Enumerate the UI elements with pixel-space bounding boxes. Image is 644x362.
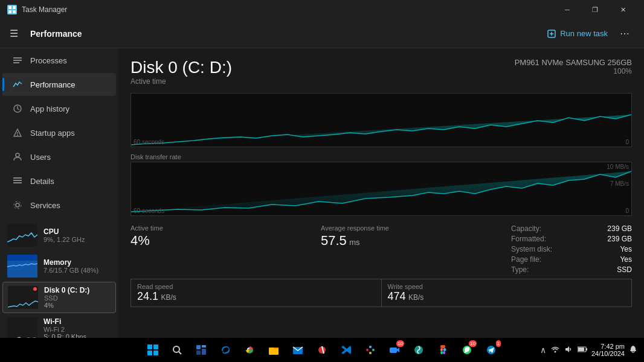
device-thumb-cpu bbox=[7, 224, 37, 247]
svg-rect-48 bbox=[440, 351, 443, 354]
disk-model-block: PM961 NVMe SAMSUNG 256GB 100% bbox=[515, 58, 632, 75]
svg-point-47 bbox=[443, 348, 446, 351]
more-options-button[interactable]: ⋯ bbox=[615, 24, 634, 43]
clock[interactable]: 7:42 pm 24/10/2024 bbox=[591, 343, 625, 357]
maximize-button[interactable]: ❐ bbox=[581, 0, 609, 19]
device-info-wifi: Wi-Fi Wi-Fi 2 S: 0 R: 0 Kbps bbox=[43, 317, 111, 338]
device-val-wifi: S: 0 R: 0 Kbps bbox=[43, 333, 111, 338]
taskbar-app-windows[interactable] bbox=[142, 339, 164, 361]
sidebar-item-services[interactable]: Services bbox=[2, 194, 116, 217]
svg-point-26 bbox=[173, 346, 179, 352]
stat-active-time-label: Active time bbox=[130, 224, 321, 232]
taskbar-app-whatsapp[interactable]: 10 bbox=[456, 339, 478, 361]
svg-point-13 bbox=[17, 135, 18, 136]
stat-active-time: Active time 4% bbox=[130, 224, 321, 249]
taskbar-app-edge[interactable] bbox=[214, 339, 236, 361]
sidebar-item-startup-apps[interactable]: Startup apps bbox=[2, 121, 116, 144]
svg-point-19 bbox=[14, 202, 21, 209]
svg-rect-9 bbox=[13, 62, 19, 63]
svg-rect-15 bbox=[13, 177, 22, 179]
sidebar-item-details[interactable]: Details bbox=[2, 170, 116, 192]
svg-rect-8 bbox=[13, 60, 22, 61]
cap-val-capacity: 239 GB bbox=[607, 224, 632, 233]
svg-rect-16 bbox=[13, 180, 22, 181]
services-icon bbox=[12, 200, 23, 211]
taskbar-app-mail[interactable] bbox=[287, 339, 309, 361]
device-item-disk[interactable]: Disk 0 (C: D:) SSD 4% bbox=[2, 282, 116, 313]
svg-marker-53 bbox=[565, 346, 569, 352]
speed-block-read: Read speed 24.1 KB/s bbox=[131, 279, 382, 306]
transfer-rate-chart: 10 MB/s 7 MB/s 60 seconds 0 bbox=[130, 162, 632, 216]
systray-chevron[interactable]: ∧ bbox=[538, 344, 548, 356]
taskbar: 10 10 1 ∧ bbox=[0, 338, 644, 362]
sidebar-item-app-history[interactable]: App history bbox=[2, 97, 116, 120]
taskbar-app-figma[interactable] bbox=[432, 339, 454, 361]
svg-rect-40 bbox=[372, 349, 375, 351]
main-panel: Disk 0 (C: D:) Active time PM961 NVMe SA… bbox=[118, 48, 644, 338]
svg-rect-38 bbox=[366, 349, 369, 351]
cap-key-system-disk: System disk: bbox=[511, 245, 552, 253]
active-time-header-label: Active time bbox=[130, 77, 232, 86]
device-sub-cpu: 9%, 1.22 GHz bbox=[43, 236, 111, 243]
device-name-cpu: CPU bbox=[43, 227, 111, 236]
svg-rect-1 bbox=[13, 6, 16, 9]
taskbar-right: ∧ 7:42 pm 24/10/2024 bbox=[538, 343, 639, 357]
cap-key-page-file: Page file: bbox=[511, 255, 541, 264]
device-name-wifi: Wi-Fi bbox=[43, 317, 111, 326]
stats-row: Active time 4% Average response time 57.… bbox=[130, 224, 632, 274]
device-val-disk: 4% bbox=[44, 302, 111, 309]
close-button[interactable]: ✕ bbox=[609, 0, 637, 19]
taskbar-app-explorer[interactable] bbox=[263, 339, 285, 361]
systray: ∧ bbox=[538, 344, 589, 357]
taskbar-app-zoom[interactable]: 10 bbox=[384, 339, 405, 361]
run-new-task-button[interactable]: Run new task bbox=[539, 25, 615, 42]
active-time-chart: 60 seconds 0 bbox=[130, 93, 632, 147]
svg-rect-24 bbox=[147, 351, 152, 355]
taskbar-app-vscode[interactable] bbox=[335, 339, 357, 361]
minimize-button[interactable]: ─ bbox=[553, 0, 581, 19]
titlebar: Task Manager ─ ❐ ✕ bbox=[0, 0, 644, 19]
wifi-icon[interactable] bbox=[549, 344, 561, 357]
sidebar-label-users: Users bbox=[30, 153, 51, 162]
sidebar-label-app-history: App history bbox=[30, 104, 69, 113]
battery-icon[interactable] bbox=[576, 344, 589, 357]
app-history-icon bbox=[12, 103, 23, 114]
chart2-top-right: 10 MB/s bbox=[607, 164, 629, 170]
cap-key-capacity: Capacity: bbox=[511, 224, 541, 233]
sidebar-label-startup-apps: Startup apps bbox=[30, 129, 75, 138]
sidebar-item-performance[interactable]: Performance bbox=[2, 73, 116, 96]
device-item-wifi[interactable]: Wi-Fi Wi-Fi 2 S: 0 R: 0 Kbps bbox=[2, 314, 116, 338]
device-item-memory[interactable]: Memory 7.6/15.7 GB (48%) bbox=[2, 251, 116, 281]
device-thumb-wifi bbox=[7, 317, 37, 338]
sidebar-item-users[interactable]: Users bbox=[2, 145, 116, 168]
menu-icon[interactable]: ☰ bbox=[10, 28, 18, 39]
active-time-svg bbox=[131, 94, 631, 148]
cap-row-formatted: Formatted: 239 GB bbox=[511, 235, 632, 243]
device-thumb-memory bbox=[7, 255, 37, 278]
taskbar-app-search[interactable] bbox=[166, 339, 188, 361]
svg-rect-23 bbox=[153, 345, 158, 349]
chart2-left-label: 60 seconds bbox=[134, 208, 164, 214]
device-sub-memory: 7.6/15.7 GB (48%) bbox=[43, 267, 111, 274]
write-speed-label: Write speed bbox=[388, 283, 626, 290]
volume-icon[interactable] bbox=[562, 344, 575, 357]
device-item-cpu[interactable]: CPU 9%, 1.22 GHz bbox=[2, 220, 116, 250]
taskbar-app-paint[interactable] bbox=[311, 339, 333, 361]
svg-rect-25 bbox=[153, 351, 158, 355]
notification-icon[interactable] bbox=[627, 344, 639, 357]
taskbar-center: 10 10 1 bbox=[142, 339, 502, 361]
topbar-title: Performance bbox=[30, 29, 539, 39]
taskbar-app-slack[interactable] bbox=[359, 339, 381, 361]
taskbar-app-telegram[interactable]: 1 bbox=[480, 339, 502, 361]
stat-avg-response: Average response time 57.5 ms bbox=[321, 224, 511, 249]
device-info-disk: Disk 0 (C: D:) SSD 4% bbox=[44, 286, 111, 309]
taskbar-app-widgets[interactable] bbox=[190, 339, 212, 361]
device-sub-disk: SSD bbox=[44, 294, 111, 302]
taskbar-app-gitkraken[interactable] bbox=[408, 339, 430, 361]
capacity-block: Capacity: 239 GB Formatted: 239 GB Syste… bbox=[511, 224, 632, 274]
sidebar-item-processes[interactable]: Processes bbox=[2, 49, 116, 72]
taskbar-app-chrome[interactable] bbox=[239, 339, 260, 361]
cap-val-formatted: 239 GB bbox=[607, 235, 632, 243]
sidebar-label-details: Details bbox=[30, 177, 54, 186]
chart-100-label: 100% bbox=[515, 67, 632, 75]
